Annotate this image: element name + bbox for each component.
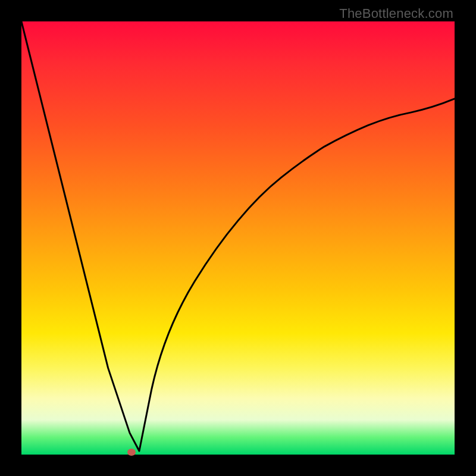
chart-frame: TheBottleneck.com	[0, 0, 476, 476]
bottleneck-curve	[21, 21, 455, 455]
plot-area	[21, 21, 455, 455]
optimal-point-marker	[127, 449, 136, 456]
watermark-text: TheBottleneck.com	[339, 6, 453, 21]
